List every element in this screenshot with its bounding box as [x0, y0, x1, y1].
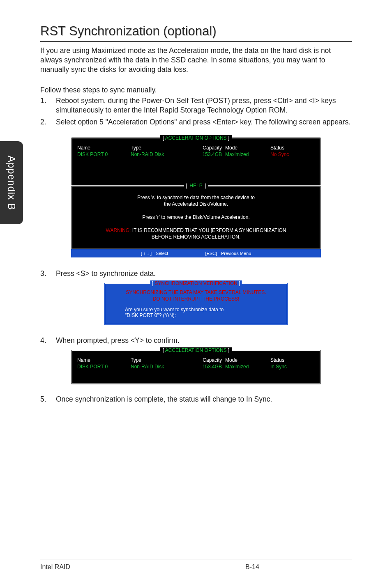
- bios2-r-mode: Maximized: [225, 364, 270, 370]
- bios2-panel: [ ACCELERATION OPTIONS ] Name Type Capac…: [71, 349, 321, 385]
- bios1-h-mode: Mode: [225, 145, 270, 151]
- bios1-header-row: Name Type Capacity Mode Status: [77, 145, 315, 151]
- bios1-title: [ ACCELERATION OPTIONS ]: [160, 135, 232, 141]
- bios1-h-type: Type: [131, 145, 192, 151]
- bios1-help-l2: the Accelerated Disk/Volume.: [77, 201, 315, 207]
- page-footer: Intel RAID B-14: [40, 560, 352, 571]
- bios1-top-panel: [ ACCELERATION OPTIONS ] Name Type Capac…: [71, 137, 321, 186]
- bios1-help-l1: Press 's' to synchronize data from the c…: [77, 195, 315, 200]
- bios2-r-status: In Sync: [270, 364, 311, 370]
- sync-title-text: SYNCHRONIZATION VERIFICATION: [154, 280, 238, 286]
- step-1: Reboot system, during the Power-On Self …: [40, 96, 352, 115]
- bios1-h-status: Status: [270, 145, 311, 151]
- bios1-r-status: No Sync: [270, 152, 311, 157]
- bios1-footer-left: [ ↑ ↓ ] - Select: [141, 251, 168, 256]
- intro-paragraph: If you are using Maximized mode as the A…: [40, 46, 352, 74]
- bios1-r-mode: Maximized: [225, 152, 270, 157]
- bios-screenshot-2: [ ACCELERATION OPTIONS ] Name Type Capac…: [71, 349, 321, 385]
- bios1-warning-line: WARNING: IT IS RECOMMENDED THAT YOU [ERF…: [77, 227, 315, 233]
- sync-title: [ SYNCHRONIZATION VERIFICATION ]: [150, 280, 242, 286]
- sync-l4: "DISK PORT 0"? (Y/N):: [113, 312, 279, 318]
- bios-screenshot-1: [ ACCELERATION OPTIONS ] Name Type Capac…: [71, 137, 321, 257]
- sync-verification-box: [ SYNCHRONIZATION VERIFICATION ] SYNCHRO…: [104, 283, 288, 325]
- bios2-data-row: DISK PORT 0 Non-RAID Disk 153.4GB Maximi…: [77, 364, 315, 370]
- bios1-warning-prefix: WARNING:: [106, 227, 131, 233]
- page-title: RST Synchronization (optional): [40, 24, 352, 42]
- bios2-h-name: Name: [77, 357, 131, 363]
- bios2-r-name: DISK PORT 0: [77, 364, 131, 370]
- bios1-h-name: Name: [77, 145, 131, 151]
- bios2-h-type: Type: [131, 357, 192, 363]
- step-3: Press <S> to synchronize data.: [40, 269, 352, 278]
- step-4: When prompted, press <Y> to confirm.: [40, 336, 352, 345]
- bios1-help-title: [HELP]: [184, 183, 208, 188]
- footer-left: Intel RAID: [40, 563, 147, 571]
- bios1-warning-rest: IT IS RECOMMENDED THAT YOU [ERFORM A SYN…: [131, 227, 286, 233]
- bios1-r-capacity: 153.4GB: [192, 152, 225, 157]
- bios1-data-row: DISK PORT 0 Non-RAID Disk 153.4GB Maximi…: [77, 152, 315, 157]
- footer-page-number: B-14: [147, 563, 352, 571]
- bios2-h-mode: Mode: [225, 357, 270, 363]
- follow-line: Follow these steps to sync manually.: [40, 86, 352, 94]
- step-5: Once synchronization is complete, the st…: [40, 395, 352, 404]
- bios1-footer: [ ↑ ↓ ] - Select [ESC] - Previous Menu: [71, 249, 321, 257]
- bios2-title-text: ACCELERATION OPTIONS: [165, 347, 227, 353]
- bios1-help-title-text: HELP: [187, 183, 205, 188]
- bios2-r-type: Non-RAID Disk: [131, 364, 192, 370]
- sync-l1: SYNCHRONIZING THE DATA MAY TAKE SEVERAL …: [113, 289, 279, 295]
- bios1-h-capacity: Capacity: [192, 145, 225, 151]
- step-2: Select option 5 "Acceleration Options" a…: [40, 117, 352, 127]
- sync-l3: Are you sure you want to synchronize dat…: [113, 307, 279, 312]
- bios1-r-type: Non-RAID Disk: [131, 152, 192, 157]
- bios2-title: [ ACCELERATION OPTIONS ]: [160, 347, 232, 353]
- sync-l2: DO NOT INTERRUPT THE PROCESS!: [113, 296, 279, 302]
- bios1-r-name: DISK PORT 0: [77, 152, 131, 157]
- bios2-h-capacity: Capacity: [192, 357, 225, 363]
- bios2-header-row: Name Type Capacity Mode Status: [77, 357, 315, 363]
- bios1-title-text: ACCELERATION OPTIONS: [165, 135, 227, 141]
- bios1-warning-line2: BEFORE REMOVING ACCELERATION.: [77, 234, 315, 240]
- bios1-help-l3: Press 'r' to remove the Disk/Volume Acce…: [77, 214, 315, 220]
- bios1-footer-right: [ESC] - Previous Menu: [205, 251, 251, 256]
- bios2-r-capacity: 153.4GB: [192, 364, 225, 370]
- bios1-help-panel: [HELP] Press 's' to synchronize data fro…: [71, 185, 321, 249]
- bios2-h-status: Status: [270, 357, 311, 363]
- sync-panel: [ SYNCHRONIZATION VERIFICATION ] SYNCHRO…: [104, 283, 288, 325]
